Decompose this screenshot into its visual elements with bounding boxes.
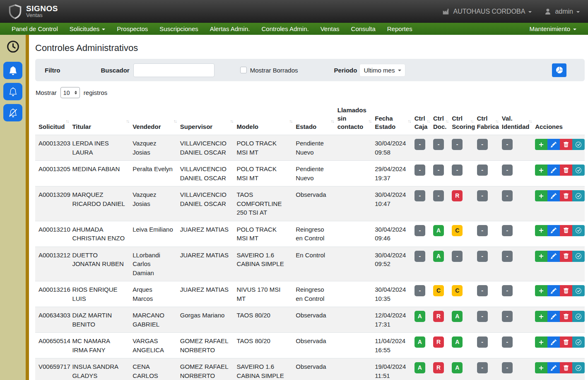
nav-item-reportes[interactable]: Reportes [381, 23, 418, 35]
show-deleted-label[interactable]: Mostrar Borrados [250, 67, 298, 74]
cell-modelo: TAOS 80/20 [234, 333, 293, 358]
cell-acciones [532, 186, 585, 221]
column-header-llamados-sin-contacto[interactable]: Llamados sin contacto↑↓ [334, 104, 371, 135]
add-button[interactable] [535, 336, 547, 348]
edit-button[interactable] [547, 336, 560, 348]
nav-item-controles-admin[interactable]: Controles Admin. [255, 23, 314, 35]
edit-button[interactable] [547, 225, 560, 236]
approve-button[interactable] [572, 285, 585, 296]
status-badge: - [502, 190, 513, 201]
approve-button[interactable] [572, 225, 585, 236]
column-header-fecha-estado[interactable]: Fecha Estado↑↓ [371, 104, 411, 135]
clock-icon[interactable] [7, 40, 19, 53]
cell-vendedor: Arques Marcos [129, 281, 177, 307]
show-deleted-checkbox[interactable] [240, 67, 247, 73]
edit-button[interactable] [547, 190, 560, 201]
column-header-titular[interactable]: Titular↑↓ [69, 104, 129, 135]
controls-table: Solicitud↑↓Titular↑↓Vendedor↑↓Supervisor… [35, 104, 585, 380]
cell-ctrl-fabrica: - [474, 307, 499, 333]
column-header-supervisor[interactable]: Supervisor↑↓ [177, 104, 234, 135]
user-dropdown[interactable]: admin [544, 8, 580, 15]
trash-icon [563, 193, 569, 199]
delete-button[interactable] [560, 190, 572, 201]
column-label: Fecha Estado [375, 115, 395, 130]
column-header-vendedor[interactable]: Vendedor↑↓ [129, 104, 177, 135]
search-input[interactable] [133, 63, 214, 77]
nav-item-solicitudes[interactable]: Solicitudes [64, 23, 111, 35]
approve-button[interactable] [572, 190, 585, 201]
nav-item-mantenimiento[interactable]: Mantenimiento [530, 25, 582, 32]
edit-button[interactable] [547, 139, 560, 150]
column-label: Acciones [535, 123, 563, 130]
nav-item-suscripciones[interactable]: Suscripciones [154, 23, 204, 35]
delete-button[interactable] [560, 362, 572, 373]
add-button[interactable] [535, 190, 547, 201]
status-badge: - [414, 251, 425, 262]
approve-button[interactable] [572, 362, 585, 373]
page-length-select[interactable]: 10 [60, 87, 80, 98]
brand-logo[interactable]: SIGNOS Ventas [8, 4, 58, 19]
nav-item-consulta[interactable]: Consulta [345, 23, 381, 35]
cell-val-identidad: - [499, 358, 532, 380]
cell-fecha-estado: 30/04/202409:58 [371, 135, 411, 161]
delete-button[interactable] [560, 225, 572, 236]
add-button[interactable] [535, 165, 547, 176]
approve-button[interactable] [572, 165, 585, 176]
cell-llamados-sin-contacto [334, 307, 371, 333]
cell-ctrl-fabrica: - [474, 186, 499, 221]
nav-item-label: Mantenimiento [530, 25, 570, 32]
column-header-val-identidad[interactable]: Val. Identidad↑↓ [499, 104, 532, 135]
column-header-ctrl-fabrica[interactable]: Ctrl Fabrica↑↓ [474, 104, 499, 135]
edit-button[interactable] [547, 362, 560, 373]
sort-icon: ↑↓ [174, 117, 176, 125]
approve-button[interactable] [572, 139, 585, 150]
column-header-ctrl-scoring[interactable]: Ctrl Scoring↑↓ [448, 104, 473, 135]
column-header-solicitud[interactable]: Solicitud↑↓ [35, 104, 69, 135]
sort-icon: ↑↓ [65, 117, 68, 125]
approve-button[interactable] [572, 336, 585, 348]
nav-item-ventas[interactable]: Ventas [315, 23, 345, 35]
add-button[interactable] [535, 311, 547, 322]
delete-button[interactable] [560, 311, 572, 322]
alerts-button[interactable] [3, 62, 22, 79]
edit-button[interactable] [547, 311, 560, 322]
column-header-ctrl-doc[interactable]: Ctrl Doc.↑↓ [430, 104, 448, 135]
cell-modelo: POLO TRACK MSI MT [234, 135, 293, 161]
nav-item-panel-de-control[interactable]: Panel de Control [6, 23, 64, 35]
alerts-muted-button[interactable] [3, 104, 22, 121]
notifications-button[interactable] [3, 83, 22, 100]
approve-button[interactable] [572, 311, 585, 322]
edit-button[interactable] [547, 165, 560, 176]
edit-button[interactable] [547, 285, 560, 296]
add-button[interactable] [535, 285, 547, 296]
delete-button[interactable] [560, 336, 572, 348]
dealer-dropdown[interactable]: AUTOHAUS CORDOBA [442, 8, 532, 15]
period-select[interactable]: Ultimo mes [359, 64, 405, 77]
cell-solicitud: A00013209 [35, 186, 69, 221]
approve-button[interactable] [572, 251, 585, 262]
add-button[interactable] [535, 139, 547, 150]
cell-llamados-sin-contacto [334, 358, 371, 380]
cell-modelo: POLO TRACK MSI MT [234, 161, 293, 186]
cell-ctrl-doc: C [430, 281, 448, 307]
column-header-ctrl-caja[interactable]: Ctrl Caja↑↓ [411, 104, 430, 135]
delete-button[interactable] [560, 139, 572, 150]
cell-val-identidad: - [499, 186, 532, 221]
chart-button[interactable] [552, 63, 566, 77]
delete-button[interactable] [560, 285, 572, 296]
column-header-modelo[interactable]: Modelo↑↓ [234, 104, 293, 135]
add-button[interactable] [535, 362, 547, 373]
add-button[interactable] [535, 225, 547, 236]
delete-button[interactable] [560, 165, 572, 176]
cell-solicitud: V00659717 [35, 358, 69, 380]
column-header-estado[interactable]: Estado↑↓ [292, 104, 334, 135]
edit-button[interactable] [547, 251, 560, 262]
nav-item-alertas-admin[interactable]: Alertas Admin. [204, 23, 256, 35]
cell-ctrl-doc: R [430, 307, 448, 333]
delete-button[interactable] [560, 251, 572, 262]
nav-item-prospectos[interactable]: Prospectos [111, 23, 154, 35]
add-button[interactable] [535, 251, 547, 262]
cell-fecha-estado: 30/04/202410:35 [371, 281, 411, 307]
factory-icon [442, 8, 450, 15]
cell-vendedor: Leiva Emiliano [129, 221, 177, 247]
